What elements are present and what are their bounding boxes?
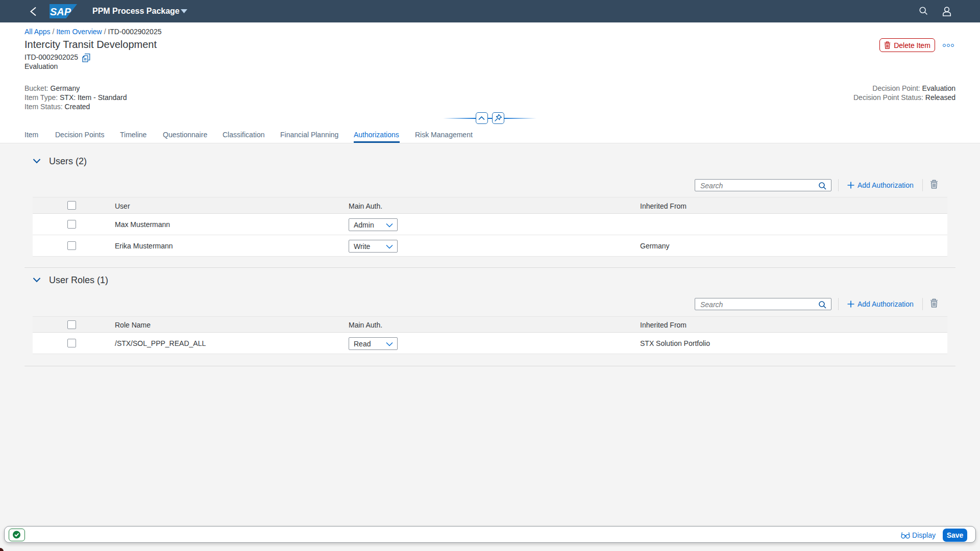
- svg-text:SAP: SAP: [50, 6, 71, 17]
